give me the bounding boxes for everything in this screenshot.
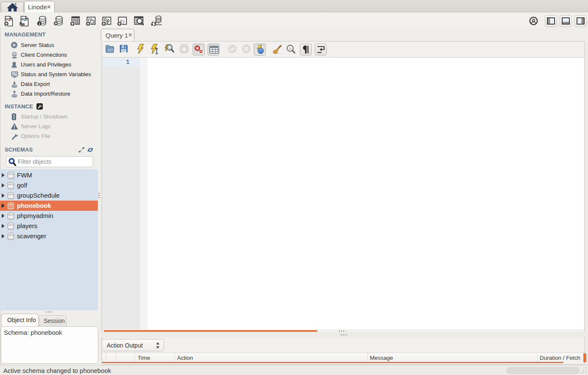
svg-text:A: A [289, 47, 291, 51]
svg-text:i: i [39, 22, 40, 26]
svg-text:SQL: SQL [21, 17, 28, 21]
svg-text:SQL: SQL [6, 17, 12, 21]
